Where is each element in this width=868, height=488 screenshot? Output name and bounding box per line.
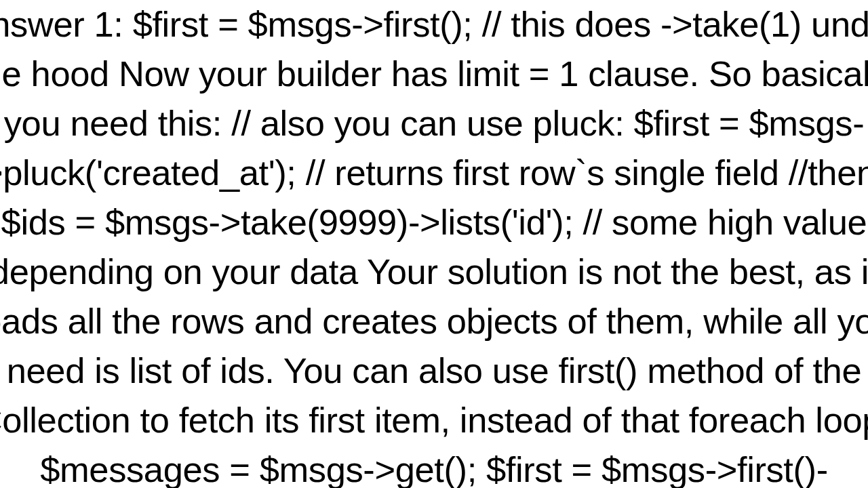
document-text: Answer 1: $first = $msgs->first(); // th… bbox=[0, 0, 868, 488]
